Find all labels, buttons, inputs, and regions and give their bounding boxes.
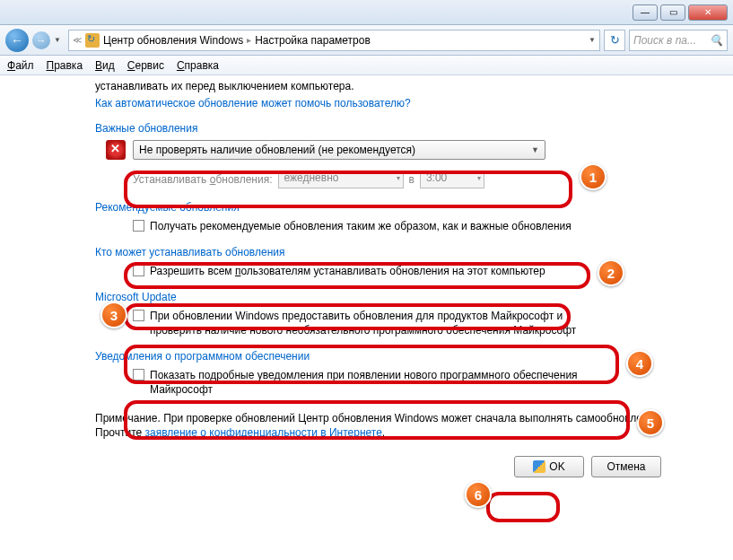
section-recommended: Рекомендуемые обновления [95,201,668,214]
breadcrumb[interactable]: ≪ Центр обновления Windows ▸ Настройка п… [68,30,600,51]
notify-checkbox[interactable] [133,369,144,381]
search-placeholder: Поиск в па... [633,34,696,47]
menu-view[interactable]: Вид [95,59,115,72]
recommended-checkbox-label: Получать рекомендуемые обновления таким … [150,219,572,233]
allow-users-checkbox[interactable] [133,265,144,276]
refresh-button[interactable]: ↻ [604,30,625,51]
msupdate-checkbox[interactable] [133,310,144,321]
schedule-at-label: в [409,173,414,186]
back-button[interactable]: ← [5,29,29,52]
allow-users-checkbox-label: Разрешить всем пользователям устанавлива… [150,264,545,278]
menubar: Файл Правка Вид Сервис Справка [0,56,733,75]
uac-shield-icon [533,460,545,473]
button-row: OK Отмена [95,456,668,477]
minimize-button[interactable]: — [633,4,658,21]
schedule-label: Устанавливать обновления: [133,173,273,186]
cancel-button-label: Отмена [606,460,645,473]
privacy-link[interactable]: заявление о конфиденциальности в Интерне… [145,426,382,439]
schedule-time-select: 3:00▾ [420,171,484,188]
history-dropdown-icon[interactable]: ▼ [54,36,65,44]
help-link[interactable]: Как автоматическое обновление может помо… [95,97,668,109]
shield-error-icon [106,140,126,160]
close-button[interactable]: ✕ [688,4,728,21]
dropdown-value: Не проверять наличие обновлений (не реко… [139,144,415,156]
menu-file[interactable]: Файл [7,59,34,72]
menu-help[interactable]: Справка [177,59,219,72]
ok-button-label: OK [549,460,564,473]
search-icon: 🔍 [710,34,723,47]
menu-tools[interactable]: Сервис [127,59,164,72]
ok-button[interactable]: OK [514,456,584,477]
forward-button[interactable]: → [32,31,50,49]
recommended-checkbox[interactable] [133,220,144,232]
section-msupdate: Microsoft Update [95,291,668,303]
window-titlebar: — ▭ ✕ [0,0,733,25]
intro-text: устанавливать их перед выключением компь… [95,79,668,93]
menu-edit[interactable]: Правка [47,59,83,72]
control-panel-icon [85,33,100,48]
breadcrumb-seg2[interactable]: Настройка параметров [255,34,371,47]
content-panel: устанавливать их перед выключением компь… [32,75,701,549]
chevron-down-icon: ▼ [531,145,539,154]
search-input[interactable]: Поиск в па... 🔍 [629,30,728,51]
chevron-right-icon: ▸ [247,35,251,45]
schedule-row: Устанавливать обновления: ежедневно▾ в 3… [133,171,668,188]
navigation-bar: ← → ▼ ≪ Центр обновления Windows ▸ Настр… [0,25,733,56]
note-text: Примечание. При проверке обновлений Цент… [95,411,668,440]
section-notify: Уведомления о программном обеспечении [95,350,668,363]
notify-checkbox-label: Показать подробные уведомления при появл… [150,368,616,397]
msupdate-checkbox-label: При обновлении Windows предоставить обно… [150,309,616,337]
cancel-button[interactable]: Отмена [591,456,661,477]
maximize-button[interactable]: ▭ [660,4,685,21]
section-who: Кто может устанавливать обновления [95,246,668,258]
update-mode-dropdown[interactable]: Не проверять наличие обновлений (не реко… [133,140,545,160]
breadcrumb-seg1[interactable]: Центр обновления Windows [103,34,243,47]
breadcrumb-dropdown-icon[interactable]: ▼ [589,36,596,44]
schedule-frequency-select: ежедневно▾ [278,171,404,188]
section-important: Важные обновления [95,122,668,135]
